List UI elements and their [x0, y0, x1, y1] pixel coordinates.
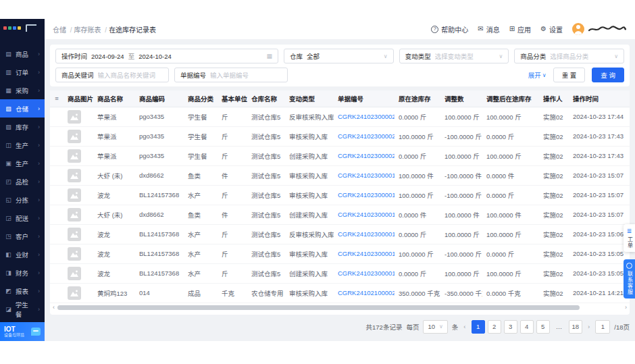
table-row[interactable]: 波龙 BL124157368 水产 斤 测试仓库5 审核采购入库 CGRK241…	[50, 244, 630, 263]
page-jump-input[interactable]: 1	[595, 320, 610, 334]
cell-after-qty: 0.0000 件	[482, 165, 539, 185]
next-page-button[interactable]: ›	[586, 323, 591, 330]
scroll-left-icon[interactable]: ‹	[53, 305, 55, 311]
cell-time: 2024-10-23 15:05	[569, 244, 630, 263]
keyword-input[interactable]: 商品关键词 输入商品名称关键词	[55, 68, 169, 82]
cell-adjust-qty: -100.0000 斤	[440, 244, 482, 263]
doc-number-link[interactable]: CGRK24102300002	[334, 107, 395, 126]
doc-number-input[interactable]: 单据编号 输入单据编号	[174, 68, 288, 82]
reset-button[interactable]: 重 置	[553, 68, 586, 82]
header-action[interactable]: ⊞ 应用	[509, 24, 531, 34]
work-order-tab[interactable]: ≣ 工单	[624, 224, 635, 252]
doc-number-link[interactable]: CGRK24102100002	[334, 283, 395, 303]
sidebar-item[interactable]: ◨ 财务 ›	[0, 263, 45, 282]
doc-number-link[interactable]: CGRK24102300001	[334, 244, 395, 263]
column-header: 变动类型	[285, 90, 334, 107]
table-row[interactable]: 苹果派 pgo3435 学生餐 斤 测试仓库5 创建采购入库 CGRK24102…	[50, 146, 630, 165]
page-button[interactable]: 3	[504, 320, 517, 334]
expand-toggle[interactable]: 展开 ∨	[528, 70, 547, 80]
cell-category: 水产	[184, 244, 218, 263]
page-button[interactable]: …	[553, 320, 566, 334]
cell-product-code: dxd8662	[135, 165, 184, 185]
cell-change-type: 反审核采购入库	[285, 107, 334, 126]
table-row[interactable]: 波龙 BL124157368 水产 斤 测试仓库5 审核采购入库 CGRK241…	[50, 185, 630, 205]
warehouse-value: 全部	[307, 51, 320, 61]
chevron-right-icon: ›	[38, 306, 40, 313]
sidebar-item[interactable]: ◫ 生产 ›	[0, 136, 45, 154]
table-row[interactable]: 苹果派 pgo3435 学生餐 斤 测试仓库5 审核采购入库 CGRK24102…	[50, 126, 630, 146]
product-image-placeholder	[68, 286, 81, 300]
page-button[interactable]: 4	[520, 320, 534, 334]
doc-number-link[interactable]: CGRK24102300001	[334, 263, 395, 283]
header-action-label: 帮助中心	[441, 24, 468, 34]
table-row[interactable]: 波龙 BL124157368 水产 斤 测试仓库5 创建采购入库 CGRK241…	[50, 263, 630, 283]
sidebar-item[interactable]: ◲ 配送 ›	[0, 209, 45, 227]
cell-product-code: 014	[135, 283, 184, 303]
header-action[interactable]: ? 帮助中心	[431, 24, 468, 34]
per-page-select[interactable]: 10 ∨	[423, 320, 447, 334]
page-button[interactable]: 18	[569, 320, 583, 334]
delivery-icon: ◲	[5, 215, 12, 222]
user-menu[interactable]	[572, 23, 627, 35]
doc-number-link[interactable]: CGRK24102300001	[334, 205, 395, 224]
sidebar-item[interactable]: ▥ 订单 ›	[0, 63, 45, 81]
iot-banner[interactable]: IOT 设备与环境	[0, 322, 45, 341]
chevron-right-icon: ›	[38, 269, 40, 276]
cell-product-name: 苹果派	[93, 107, 135, 126]
table-row[interactable]: 大虾 (未) dxd8662 鱼类 件 测试仓库5 审核采购入库 CGRK241…	[50, 165, 630, 185]
product-category-select[interactable]: 商品分类 选择商品分类 ∨	[514, 49, 624, 63]
cell-change-type: 审核采购入库	[285, 244, 334, 263]
scroll-right-icon[interactable]: ›	[625, 305, 627, 311]
doc-number-link[interactable]: CGRK24102300001	[334, 165, 395, 185]
sidebar-item[interactable]: ◱ 分拣 ›	[0, 190, 45, 209]
sidebar-item[interactable]: ▧ 仓储 ›	[0, 99, 45, 118]
query-button[interactable]: 查 询	[592, 68, 624, 82]
column-settings-icon[interactable]: ≡	[55, 95, 59, 102]
doc-number-link[interactable]: CGRK24102300001	[334, 224, 395, 244]
scrollbar-thumb[interactable]	[57, 305, 580, 310]
doc-number-link[interactable]: CGRK24102300002	[334, 126, 395, 146]
chevron-right-icon: ›	[38, 215, 40, 222]
sidebar-item[interactable]: ◩ 报表 ›	[0, 282, 45, 300]
sidebar: ▤ 商品 › ▥ 订单 › ▦ 采购 › ▧ 仓储 › ▨ 库存	[0, 19, 45, 341]
sidebar-item[interactable]: ◪ 学生餐 ›	[0, 300, 45, 318]
page-button[interactable]: 1	[472, 320, 485, 334]
cell-adjust-qty: 100.0000 件	[440, 205, 482, 224]
sidebar-item[interactable]: ▣ 生产 ›	[0, 154, 45, 172]
support-tab[interactable]: 联系客服	[624, 259, 635, 298]
page-button[interactable]: 2	[488, 320, 501, 334]
table-row[interactable]: 大虾 (未) dxd8662 鱼类 件 测试仓库5 创建采购入库 CGRK241…	[50, 205, 630, 224]
cell-product-code: BL124157368	[135, 244, 184, 263]
prev-page-button[interactable]: ‹	[462, 323, 467, 330]
change-type-select[interactable]: 变动类型 选择变动类型 ∨	[399, 49, 509, 63]
breadcrumb-item[interactable]: 库存账表	[74, 24, 109, 34]
cell-warehouse: 测试仓库5	[247, 165, 285, 185]
sidebar-item[interactable]: ◳ 客户 ›	[0, 227, 45, 245]
table-row[interactable]: 波龙 BL124157368 水产 斤 测试仓库5 反审核采购入库 CGRK24…	[50, 224, 630, 244]
table-row[interactable]: 苹果派 pgo3435 学生餐 斤 测试仓库5 反审核采购入库 CGRK2410…	[50, 107, 630, 126]
date-end-value: 2024-10-24	[138, 53, 172, 60]
sidebar-item[interactable]: ▨ 库存 ›	[0, 118, 45, 136]
cell-before-qty: 0.0000 斤	[395, 146, 440, 165]
sidebar-item-label: 商品	[16, 49, 28, 59]
doc-number-link[interactable]: CGRK24102300001	[334, 185, 395, 205]
sidebar-item[interactable]: ▤ 商品 ›	[0, 45, 45, 63]
sidebar-item[interactable]: ◧ 业财 ›	[0, 245, 45, 263]
scrollbar-track[interactable]	[56, 305, 624, 310]
cell-time: 2024-10-23 15:07	[569, 165, 630, 185]
doc-number-link[interactable]: CGRK24102300002	[334, 146, 395, 165]
breadcrumb-item[interactable]: 在途库存记录表	[109, 24, 156, 34]
horizontal-scrollbar[interactable]: ‹ ›	[50, 303, 630, 313]
sidebar-item[interactable]: ▦ 采购 ›	[0, 81, 45, 99]
sidebar-item-label: 生产	[16, 140, 28, 150]
table-row[interactable]: 黄焖鸡123 014 成品 千克 农仓储专用 审核采购入库 CGRK241021…	[50, 283, 630, 303]
iot-subtitle: 设备与环境	[4, 333, 24, 338]
page-button[interactable]: 5	[536, 320, 550, 334]
date-range-filter[interactable]: 操作时间 2024-09-24 至 2024-10-24 ▦	[55, 49, 278, 63]
breadcrumb-item[interactable]: 仓储	[53, 24, 74, 34]
sidebar-item[interactable]: ◰ 品检 ›	[0, 172, 45, 190]
chevron-right-icon: ›	[38, 251, 40, 258]
header-action[interactable]: ⚙ 设置	[540, 24, 563, 34]
header-action[interactable]: ✉ 消息	[478, 24, 499, 34]
warehouse-select[interactable]: 仓库 全部 ∨	[284, 49, 394, 63]
